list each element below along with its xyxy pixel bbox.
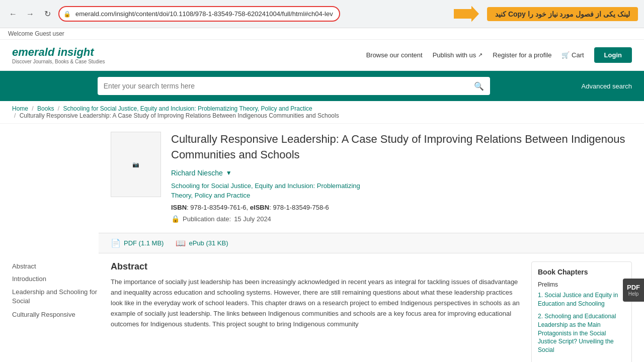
breadcrumb-sep-1: / [32,105,33,112]
series-line-1: Schooling for Social Justice, Equity and… [171,182,360,190]
chapters-prelims: Prelims [538,281,625,288]
header: emerald insight Discover Journals, Books… [0,40,644,71]
back-button[interactable]: ← [6,7,20,21]
series-line-2: Theory, Policy and Practice [171,192,250,199]
thumbnail-broken-icon: 📷 [132,161,139,168]
sidebar-nav: Abstract Introduction Leadership and Sch… [12,132,103,362]
cart-link[interactable]: 🛒 Cart [561,51,584,59]
register-link[interactable]: Register for a profile [493,51,551,59]
pub-date-line: 🔒 Publication date: 15 July 2024 [171,215,632,223]
sidebar-item-leadership[interactable]: Leadership and Schooling for Social [12,288,103,306]
browser-nav: ← → ↻ [6,7,54,21]
chapters-title: Book Chapters [538,268,625,276]
book-series-link[interactable]: Schooling for Social Justice, Equity and… [171,181,632,201]
external-link-icon: ↗ [478,52,482,58]
advanced-search-link[interactable]: Advanced search [582,82,632,90]
breadcrumb-sep-2: / [58,105,59,112]
pdf-help-label: Help [627,291,640,297]
abstract-section: Abstract The importance of socially just… [111,261,632,362]
search-input-wrap: 🔍 [98,77,490,95]
author-dropdown-icon[interactable]: ▼ [226,169,232,176]
cart-label: Cart [572,51,584,59]
lock-address-icon: 🔒 [63,11,71,18]
chapter-item-1[interactable]: 1. Social Justice and Equity in Educatio… [538,291,625,308]
address-bar-wrapper: 🔒 [58,6,446,22]
pub-date-value: 15 July 2024 [234,215,271,223]
forward-button[interactable]: → [23,7,37,21]
pub-date-label: Publication date: [183,215,231,223]
pdf-float-label: PDF [627,284,640,291]
publish-link[interactable]: Publish with us ↗ [433,51,483,59]
download-bar: 📄 PDF (1.1 MB) 📖 ePub (31 KB) [99,233,644,253]
isbn-label: ISBN [171,204,187,211]
book-meta-isbn: ISBN: 978-1-83549-761-6, eISBN: 978-1-83… [171,203,632,213]
logo-insight: insight [58,46,94,58]
cart-icon: 🛒 [561,51,570,59]
logo[interactable]: emerald insight [12,46,105,59]
search-input[interactable] [104,77,474,95]
main-content: Abstract Introduction Leadership and Sch… [0,124,644,362]
eisbn-label: eISBN [250,204,269,211]
publish-label: Publish with us [433,51,476,59]
header-nav: Browse our content Publish with us ↗ Reg… [366,47,632,63]
book-info: Culturally Responsive Leadership: A Case… [171,132,632,223]
abstract-title: Abstract [111,261,523,272]
chapter-item-2[interactable]: 2. Schooling and Educational Leadership … [538,312,625,354]
isbn-value: 978-1-83549-761-6 [190,204,246,211]
author-name[interactable]: Richard Niesche [171,169,223,177]
logo-emerald: emerald [12,46,54,58]
sidebar-item-abstract[interactable]: Abstract [12,262,103,270]
pdf-download-link[interactable]: 📄 PDF (1.1 MB) [111,238,164,248]
epub-download-link[interactable]: 📖 ePub (31 KB) [176,238,228,248]
logo-area: emerald insight Discover Journals, Books… [12,46,105,64]
search-bar-section: 🔍 Advanced search [0,71,644,101]
content-area: 📷 Culturally Responsive Leadership: A Ca… [111,132,632,362]
author-line: Richard Niesche ▼ [171,169,632,177]
breadcrumb: Home / Books / Schooling for Social Just… [0,101,644,124]
login-button[interactable]: Login [594,47,632,63]
breadcrumb-books[interactable]: Books [37,105,54,112]
book-title: Culturally Responsive Leadership: A Case… [171,132,632,163]
lock-icon: 🔒 [171,215,180,223]
breadcrumb-sep-3: / [14,112,16,119]
breadcrumb-home[interactable]: Home [12,105,28,112]
top-bar: Welcome Guest user [0,28,644,40]
pdf-label: PDF (1.1 MB) [124,239,164,247]
abstract-content: Abstract The importance of socially just… [111,261,523,362]
sidebar-item-culturally[interactable]: Culturally Responsive [12,311,103,318]
arrow-indicator [454,6,479,22]
browse-content-link[interactable]: Browse our content [366,51,423,59]
pdf-icon: 📄 [111,238,121,248]
welcome-text: Welcome Guest user [8,30,64,37]
book-chapters-panel: Book Chapters Prelims 1. Social Justice … [531,261,632,362]
reload-button[interactable]: ↻ [40,7,54,21]
persian-banner: لینک یکی از فصول مورد نیاز خود را Copy ک… [487,7,638,21]
search-button[interactable]: 🔍 [474,81,484,91]
breadcrumb-book-title[interactable]: Schooling for Social Justice, Equity and… [63,105,312,112]
book-thumbnail: 📷 [111,132,161,197]
breadcrumb-chapter-title: Culturally Responsive Leadership: A Case… [20,112,339,119]
book-header: 📷 Culturally Responsive Leadership: A Ca… [111,132,632,223]
epub-label: ePub (31 KB) [189,239,228,247]
abstract-text: The importance of socially just leadersh… [111,277,523,329]
logo-subtitle: Discover Journals, Books & Case Studies [12,59,105,64]
pdf-float-button[interactable]: PDF Help [623,279,644,302]
address-bar[interactable] [58,6,340,22]
sidebar-item-introduction[interactable]: Introduction [12,275,103,283]
eisbn-value: 978-1-83549-758-6 [273,204,329,211]
epub-icon: 📖 [176,238,186,248]
browser-chrome: ← → ↻ 🔒 لینک یکی از فصول مورد نیاز خود ر… [0,0,644,28]
